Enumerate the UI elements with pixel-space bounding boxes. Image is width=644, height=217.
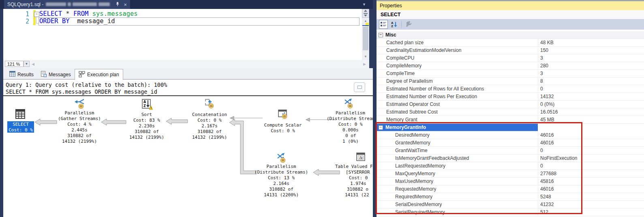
tab-results-icon bbox=[9, 71, 15, 78]
plan-node-table-valued-function[interactable]: Cost: 0 bbox=[349, 175, 368, 181]
property-row-maxusedmemory[interactable]: MaxUsedMemory45816 bbox=[377, 178, 644, 185]
plan-node-parallelism-distribute-streams-top[interactable]: 0 of bbox=[345, 133, 356, 139]
plan-node-table-valued-function[interactable]: [SYSERROR bbox=[346, 170, 370, 175]
tab-list-dropdown-icon[interactable]: ▼ bbox=[362, 2, 366, 6]
redacted-text-block bbox=[46, 2, 66, 6]
parallelism-distribute-streams-top-icon[interactable] bbox=[343, 98, 354, 109]
property-row-grantedmemory[interactable]: GrantedMemory46016 bbox=[377, 139, 644, 147]
property-value: 45 MB bbox=[540, 117, 554, 122]
plan-node-parallelism-distribute-streams-top[interactable]: 1 (0%) bbox=[342, 139, 359, 144]
value-column-divider bbox=[538, 178, 538, 185]
properties-title-bar[interactable]: Properties bbox=[377, 1, 644, 10]
value-column-divider bbox=[538, 185, 538, 193]
pane-splitter[interactable] bbox=[373, 0, 377, 217]
parallelism-gather-streams-icon[interactable] bbox=[74, 99, 85, 109]
code-token: FROM bbox=[73, 10, 88, 17]
property-label: Misc bbox=[385, 32, 396, 38]
value-column-divider bbox=[538, 101, 538, 108]
scroll-up-icon[interactable]: ▲ bbox=[362, 19, 369, 23]
property-row-cached-plan-size[interactable]: Cached plan size48 KB bbox=[377, 39, 644, 47]
plan-node-parallelism-distribute-streams-bottom[interactable]: Parallelism (Distribute Streams) Cost: 1… bbox=[237, 164, 326, 198]
property-row-requestedmemory[interactable]: RequestedMemory46016 bbox=[377, 185, 644, 193]
property-row-estimated-subtree-cost[interactable]: Estimated Subtree Cost16.0516 bbox=[377, 108, 644, 116]
property-row-degree-of-parallelism[interactable]: Degree of Parallelism8 bbox=[377, 77, 644, 85]
property-row-cardinalityestimationmodelversion[interactable]: CardinalityEstimationModelVersion150 bbox=[377, 47, 644, 54]
property-row-maxquerymemory[interactable]: MaxQueryMemory277688 bbox=[377, 170, 644, 178]
code-token bbox=[70, 17, 77, 25]
plan-node-parallelism-distribute-streams-top[interactable]: Parallelism bbox=[336, 110, 365, 116]
table-valued-function-icon[interactable]: fx bbox=[355, 152, 366, 162]
sort-icon[interactable]: AZ! bbox=[141, 99, 152, 110]
plan-zoom-to-fit-button[interactable] bbox=[354, 82, 365, 92]
property-row-memorygrantinfo[interactable]: −MemoryGrantInfo bbox=[377, 124, 538, 131]
property-row-requiredmemory[interactable]: RequiredMemory5248 bbox=[377, 193, 644, 201]
property-row-compilememory[interactable]: CompileMemory280 bbox=[377, 62, 644, 70]
property-pages-button[interactable] bbox=[404, 20, 413, 29]
plan-node-table-valued-function[interactable]: 310882 o bbox=[347, 187, 368, 192]
sql-editor[interactable]: − 1SELECT * FROM sys.messages2ORDER BY m… bbox=[3, 9, 362, 60]
plan-node-table-valued-function[interactable]: 1.974s bbox=[350, 181, 366, 187]
redacted-text-block bbox=[68, 2, 71, 6]
property-value: 3 bbox=[540, 55, 543, 61]
plan-node-select[interactable]: SELECT Cost: 0 % bbox=[7, 121, 34, 133]
collapse-region-icon[interactable]: − bbox=[34, 12, 39, 17]
scrollbar-thumb[interactable] bbox=[363, 27, 368, 50]
svg-text:A: A bbox=[391, 21, 394, 25]
split-window-grip[interactable] bbox=[362, 9, 369, 18]
plan-node-parallelism-distribute-streams-top[interactable]: (Distribute Stream bbox=[327, 116, 373, 122]
property-value: 3 bbox=[540, 71, 543, 76]
property-row-serialrequiredmemory[interactable]: SerialRequiredMemory512 bbox=[377, 208, 644, 216]
property-row-estimated-number-of-rows-per-execution[interactable]: Estimated Number of Rows Per Execution14… bbox=[377, 93, 644, 101]
property-row-estimated-number-of-rows-for-all-executions[interactable]: Estimated Number of Rows for All Executi… bbox=[377, 85, 644, 93]
zoom-level-select[interactable]: 121 % bbox=[5, 61, 24, 67]
scroll-left-icon[interactable]: ◀ bbox=[32, 62, 34, 66]
result-tab-strip: ResultsMessagesExecution plan bbox=[3, 68, 373, 79]
property-row-misc[interactable]: −Misc bbox=[377, 31, 644, 39]
property-label: RequiredMemory bbox=[395, 194, 432, 200]
compute-scalar-icon[interactable] bbox=[278, 109, 288, 119]
collapse-icon[interactable]: − bbox=[379, 125, 383, 130]
tab-execution-plan-icon bbox=[79, 71, 85, 79]
code-line[interactable]: ORDER BY message_id bbox=[39, 17, 115, 25]
property-value: 280 bbox=[540, 63, 548, 69]
parallelism-distribute-streams-bottom-icon[interactable] bbox=[276, 153, 287, 163]
property-row-ismemorygrantfeedbackadjusted[interactable]: IsMemoryGrantFeedbackAdjustedNoFirstExec… bbox=[377, 155, 644, 162]
zoom-dropdown-icon[interactable]: ▼ bbox=[24, 61, 30, 67]
plan-node-compute-scalar[interactable]: Compute Scalar Cost: 0 % bbox=[238, 122, 327, 134]
concatenation-icon[interactable] bbox=[204, 98, 215, 109]
plan-node-parallelism-distribute-streams-top[interactable]: 0.000s bbox=[342, 127, 359, 133]
tab-messages[interactable]: Messages bbox=[37, 69, 75, 79]
code-token: message_id bbox=[77, 17, 115, 25]
close-icon[interactable]: × bbox=[124, 2, 127, 7]
plan-header-separator bbox=[3, 95, 373, 96]
document-tab-title: SQLQuery1.sql - bbox=[7, 2, 43, 7]
pin-icon[interactable] bbox=[116, 2, 120, 8]
tab-results[interactable]: Results bbox=[6, 69, 37, 79]
select-icon[interactable] bbox=[15, 109, 26, 119]
editor-vertical-scrollbar[interactable]: ▲ ▼ bbox=[362, 9, 369, 60]
alphabetical-sort-button[interactable]: AZ bbox=[389, 20, 398, 29]
scrollbar-caret-mark bbox=[362, 25, 369, 26]
code-line[interactable]: SELECT * FROM sys.messages bbox=[39, 10, 138, 17]
scroll-right-icon[interactable]: ▶ bbox=[363, 62, 366, 66]
property-row-desiredmemory[interactable]: DesiredMemory46016 bbox=[377, 131, 644, 139]
scroll-down-icon[interactable]: ▼ bbox=[362, 55, 369, 58]
collapse-icon[interactable]: − bbox=[379, 33, 383, 37]
execution-plan-pane[interactable]: Query 1: Query cost (relative to the bat… bbox=[3, 79, 373, 217]
value-column-divider bbox=[538, 116, 538, 123]
plan-node-parallelism-distribute-streams-top[interactable]: Cost: 0 % bbox=[338, 122, 363, 127]
property-value: 512 bbox=[540, 209, 548, 215]
property-row-lastrequestedmemory[interactable]: LastRequestedMemory0 bbox=[377, 162, 644, 170]
plan-node-table-valued-function[interactable]: Table Valued F bbox=[335, 164, 373, 170]
document-tab-sqlquery1[interactable]: SQLQuery1.sql - × bbox=[4, 0, 130, 9]
property-row-estimated-operator-cost[interactable]: Estimated Operator Cost0 (0%) bbox=[377, 101, 644, 108]
property-row-compilecpu[interactable]: CompileCPU3 bbox=[377, 54, 644, 62]
categorized-button[interactable] bbox=[379, 20, 388, 29]
plan-node-table-valued-function[interactable]: 14131 (22 bbox=[345, 192, 369, 198]
property-row-serialdesiredmemory[interactable]: SerialDesiredMemory41232 bbox=[377, 201, 644, 208]
property-row-memory-grant[interactable]: Memory Grant45 MB bbox=[377, 116, 644, 124]
property-row-grantwaittime[interactable]: GrantWaitTime0 bbox=[377, 147, 644, 155]
property-value: 46016 bbox=[540, 132, 554, 138]
tab-execution-plan[interactable]: Execution plan bbox=[75, 69, 123, 80]
property-row-compiletime[interactable]: CompileTime3 bbox=[377, 70, 644, 77]
